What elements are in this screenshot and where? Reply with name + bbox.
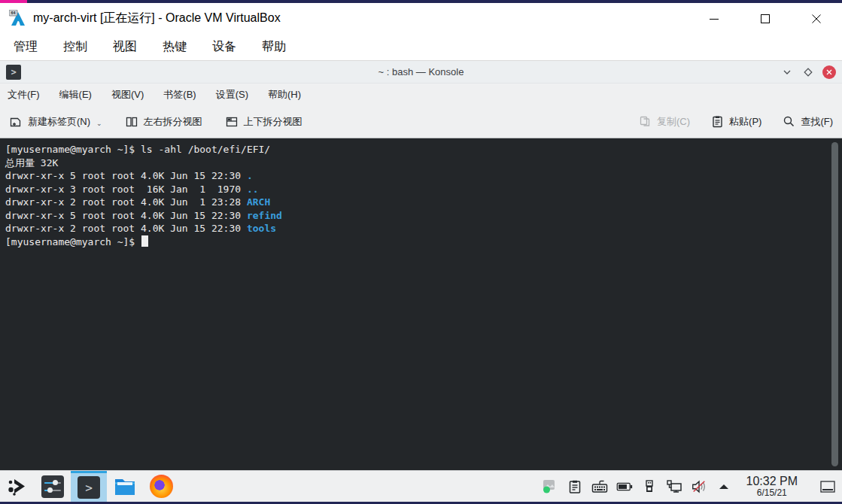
minimize-button[interactable] — [688, 3, 740, 34]
terminal-scrollbar[interactable] — [831, 142, 838, 466]
paste-icon — [711, 115, 724, 128]
new-tab-button[interactable]: 新建标签页(N) ⌄ — [9, 115, 102, 129]
status-notifier-icon[interactable] — [542, 478, 558, 495]
konsole-menu-bookmarks[interactable]: 书签(B) — [163, 88, 196, 102]
clock-time: 10:32 PM — [746, 475, 798, 488]
split-top-bottom-icon — [225, 115, 239, 129]
menu-devices[interactable]: 设备 — [212, 39, 236, 55]
konsole-window-buttons — [780, 65, 836, 79]
window-title: my-arch-virt [正在运行] - Oracle VM VirtualB… — [33, 11, 281, 26]
virtualbox-titlebar[interactable]: 64 my-arch-virt [正在运行] - Oracle VM Virtu… — [0, 3, 842, 34]
split-top-bottom-button[interactable]: 上下拆分视图 — [225, 115, 302, 129]
split-left-right-icon — [125, 115, 138, 129]
menu-control[interactable]: 控制 — [63, 39, 87, 55]
tray-expander-arrow[interactable] — [716, 478, 732, 495]
application-launcher-button[interactable] — [0, 471, 35, 502]
close-button[interactable] — [791, 3, 842, 34]
folder-icon — [113, 475, 137, 498]
screen: 64 my-arch-virt [正在运行] - Oracle VM Virtu… — [0, 0, 842, 504]
virtualbox-menubar: 管理 控制 视图 热键 设备 帮助 — [0, 34, 842, 61]
konsole-minimize-button[interactable] — [780, 65, 794, 79]
menu-view[interactable]: 视图 — [113, 39, 137, 55]
konsole-window-title: ~ : bash — Konsole — [0, 66, 842, 77]
terminal-line: drwxr-xr-x 5 root root 4.0K Jun 15 22:30… — [5, 169, 827, 183]
terminal-line: drwxr-xr-x 5 root root 4.0K Jun 15 22:30… — [5, 209, 827, 223]
konsole-titlebar[interactable]: > ~ : bash — Konsole — [0, 61, 842, 83]
paste-button[interactable]: 粘贴(P) — [711, 115, 761, 129]
battery-tray-icon[interactable] — [616, 478, 633, 495]
konsole-menu-view[interactable]: 视图(V) — [111, 88, 144, 102]
usb-device-tray-icon[interactable] — [641, 478, 658, 495]
icon-badge-64: 64 — [11, 11, 16, 15]
konsole-menu-file[interactable]: 文件(F) — [8, 88, 40, 102]
terminal-line: drwxr-xr-x 3 root root 16K Jan 1 1970 .. — [5, 183, 827, 196]
clipboard-tray-icon[interactable] — [567, 478, 583, 495]
clock-date: 6/15/21 — [746, 488, 798, 498]
menu-input[interactable]: 热键 — [163, 39, 187, 55]
terminal-line: drwxr-xr-x 2 root root 4.0K Jun 1 23:28 … — [5, 196, 827, 209]
menu-machine[interactable]: 管理 — [14, 39, 38, 55]
terminal-line: 总用量 32K — [5, 156, 827, 170]
konsole-icon: > — [78, 476, 100, 499]
system-settings-icon — [41, 475, 64, 498]
konsole-toolbar: 新建标签页(N) ⌄ 左右拆分视图 上下拆分视图 — [0, 105, 842, 138]
konsole-menu-help[interactable]: 帮助(H) — [268, 88, 301, 102]
menu-help[interactable]: 帮助 — [262, 39, 286, 55]
virtualbox-vm-icon: 64 — [9, 10, 27, 28]
search-icon — [783, 115, 795, 128]
new-tab-icon — [9, 115, 23, 129]
copy-icon — [639, 115, 652, 128]
konsole-menu-settings[interactable]: 设置(S) — [216, 88, 248, 102]
network-tray-icon[interactable] — [666, 478, 682, 495]
find-button[interactable]: 查找(F) — [783, 115, 833, 129]
firefox-icon — [150, 475, 173, 498]
taskbar: > — [0, 470, 842, 502]
terminal-cursor — [141, 235, 148, 247]
konsole-maximize-button[interactable] — [801, 65, 815, 79]
system-tray: 10:32 PM 6/15/21 — [542, 471, 842, 502]
konsole-close-button[interactable] — [822, 65, 836, 79]
system-settings-button[interactable] — [35, 471, 71, 502]
terminal-output: [myusername@myarch ~]$ ls -ahl /boot/efi… — [5, 143, 827, 248]
volume-muted-tray-icon[interactable] — [691, 478, 707, 495]
firefox-button[interactable] — [143, 471, 179, 502]
konsole-window-icon: > — [6, 65, 21, 80]
konsole-menu-edit[interactable]: 编辑(E) — [59, 88, 92, 102]
window-controls — [688, 3, 842, 34]
terminal-prompt-line: [myusername@myarch ~]$ — [5, 235, 827, 249]
file-manager-button[interactable] — [107, 471, 143, 502]
terminal-line: [myusername@myarch ~]$ ls -ahl /boot/efi… — [5, 143, 827, 156]
split-left-right-button[interactable]: 左右拆分视图 — [125, 115, 202, 129]
konsole-toolbar-right: 复制(C) 粘贴(P) 查找(F) — [618, 115, 833, 129]
kde-launcher-icon — [7, 476, 28, 497]
show-desktop-button[interactable] — [818, 471, 837, 502]
copy-button[interactable]: 复制(C) — [639, 115, 690, 129]
window-top-border-accent — [0, 0, 27, 3]
chevron-down-icon: ⌄ — [96, 120, 102, 129]
maximize-button[interactable] — [740, 3, 791, 34]
window-top-border — [0, 0, 842, 3]
keyboard-tray-icon[interactable] — [591, 478, 608, 495]
konsole-menubar: 文件(F) 编辑(E) 视图(V) 书签(B) 设置(S) 帮助(H) — [0, 83, 842, 105]
terminal-view[interactable]: [myusername@myarch ~]$ ls -ahl /boot/efi… — [0, 138, 842, 470]
terminal-line: drwxr-xr-x 2 root root 4.0K Jun 15 22:30… — [5, 222, 827, 235]
konsole-task-button[interactable]: > — [71, 471, 107, 502]
digital-clock[interactable]: 10:32 PM 6/15/21 — [740, 475, 804, 497]
